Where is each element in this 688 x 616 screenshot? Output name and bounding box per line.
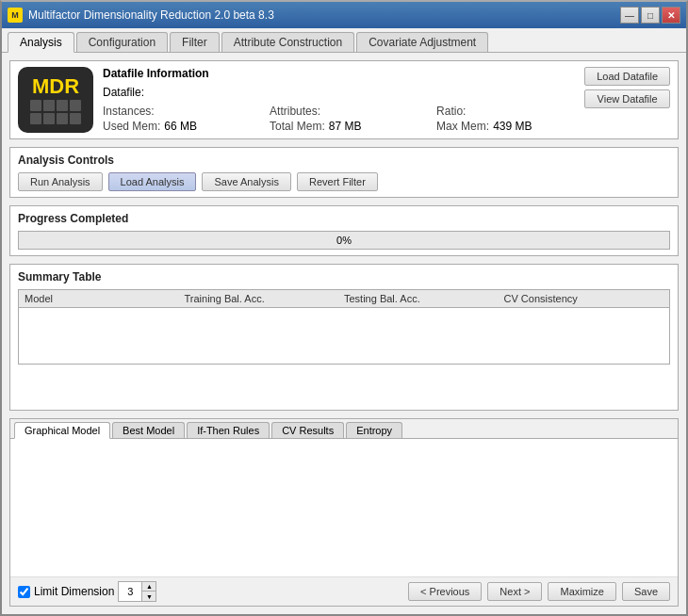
- tab-graphical-model[interactable]: Graphical Model: [14, 422, 110, 439]
- ratio-label: Ratio:: [436, 105, 466, 118]
- main-tab-bar: Analysis Configuration Filter Attribute …: [2, 28, 686, 53]
- datafile-row: Datafile:: [103, 86, 584, 99]
- mdr-cell: [57, 100, 68, 111]
- mdr-cell: [30, 100, 41, 111]
- datafile-top: MDR Datafile Information: [18, 67, 670, 133]
- mdr-logo-text: MDR: [32, 76, 79, 97]
- datafile-section: MDR Datafile Information: [9, 60, 679, 139]
- bottom-tab-bar: Graphical Model Best Model If-Then Rules…: [10, 419, 678, 439]
- used-mem-value: 66 MB: [164, 120, 197, 133]
- spinner-up[interactable]: ▲: [142, 582, 156, 592]
- tab-attribute-construction[interactable]: Attribute Construction: [221, 32, 354, 52]
- app-icon: M: [8, 8, 23, 23]
- tab-filter[interactable]: Filter: [170, 32, 220, 52]
- maximize-button[interactable]: □: [641, 7, 660, 24]
- tab-analysis[interactable]: Analysis: [8, 32, 74, 53]
- titlebar: M Multifactor Dimensionality Reduction 2…: [2, 2, 686, 28]
- tab-best-model[interactable]: Best Model: [112, 422, 185, 438]
- mdr-cell: [70, 100, 81, 111]
- limit-dimension-checkbox[interactable]: [18, 586, 30, 598]
- main-window: M Multifactor Dimensionality Reduction 2…: [0, 0, 688, 616]
- revert-filter-button[interactable]: Revert Filter: [297, 172, 378, 191]
- datafile-info: Datafile Information Datafile: Instances…: [93, 67, 584, 133]
- total-mem-value: 87 MB: [329, 120, 362, 133]
- used-mem-label: Used Mem:: [103, 120, 160, 133]
- titlebar-left: M Multifactor Dimensionality Reduction 2…: [8, 8, 274, 23]
- progress-label: 0%: [336, 235, 352, 246]
- attributes-row: Attributes:: [270, 105, 418, 118]
- titlebar-controls: — □ ✕: [620, 7, 680, 24]
- tab-covariate-adjustment[interactable]: Covariate Adjustment: [356, 32, 488, 52]
- spinner-down[interactable]: ▼: [142, 592, 156, 601]
- tab-entropy[interactable]: Entropy: [346, 422, 402, 438]
- save-analysis-button[interactable]: Save Analysis: [202, 172, 290, 191]
- max-mem-row: Max Mem: 439 MB: [436, 120, 584, 133]
- bottom-panel: Graphical Model Best Model If-Then Rules…: [9, 418, 679, 607]
- datafile-buttons: Load Datafile View Datafile: [584, 67, 670, 133]
- info-grid: Instances: Attributes: Ratio: Used: [103, 105, 584, 133]
- instances-label: Instances:: [103, 105, 155, 118]
- max-mem-label: Max Mem:: [436, 120, 489, 133]
- progress-bar-container: 0%: [18, 231, 670, 250]
- mdr-cell: [30, 113, 41, 124]
- main-content: MDR Datafile Information: [2, 53, 686, 614]
- table-header: Model Training Bal. Acc. Testing Bal. Ac…: [19, 290, 669, 308]
- mdr-grid: [30, 100, 81, 124]
- max-mem-value: 439 MB: [493, 120, 532, 133]
- window-title: Multifactor Dimensionality Reduction 2.0…: [28, 8, 274, 22]
- col-training: Training Bal. Acc.: [185, 293, 345, 304]
- col-testing: Testing Bal. Acc.: [344, 293, 504, 304]
- dimension-value[interactable]: [119, 585, 141, 598]
- analysis-controls-section: Analysis Controls Run Analysis Load Anal…: [9, 147, 679, 198]
- analysis-controls-row: Run Analysis Load Analysis Save Analysis…: [18, 172, 670, 191]
- limit-dimension-row: Limit Dimension ▲ ▼: [18, 581, 156, 602]
- view-datafile-button[interactable]: View Datafile: [584, 89, 670, 108]
- tab-configuration[interactable]: Configuration: [76, 32, 168, 52]
- limit-dimension-label: Limit Dimension: [34, 585, 114, 598]
- mdr-cell: [70, 113, 81, 124]
- mdr-logo: MDR: [18, 67, 93, 133]
- bottom-content: [10, 439, 678, 576]
- total-mem-row: Total Mem: 87 MB: [270, 120, 418, 133]
- mdr-cell: [57, 113, 68, 124]
- progress-title: Progress Completed: [18, 212, 670, 225]
- datafile-label: Datafile:: [103, 86, 144, 99]
- previous-button[interactable]: < Previous: [408, 582, 482, 601]
- progress-section: Progress Completed 0%: [9, 205, 679, 256]
- load-analysis-button[interactable]: Load Analysis: [108, 172, 197, 191]
- mdr-cell: [43, 100, 55, 111]
- spinner-buttons: ▲ ▼: [141, 582, 156, 601]
- next-button[interactable]: Next >: [487, 582, 542, 601]
- ratio-row: Ratio:: [436, 105, 584, 118]
- datafile-info-title: Datafile Information: [103, 67, 584, 80]
- summary-section: Summary Table Model Training Bal. Acc. T…: [9, 264, 679, 411]
- attributes-label: Attributes:: [270, 105, 320, 118]
- dimension-spinner: ▲ ▼: [118, 581, 156, 602]
- col-model: Model: [25, 293, 185, 304]
- bottom-footer: Limit Dimension ▲ ▼ < Previous Next > Ma…: [10, 576, 678, 606]
- used-mem-row: Used Mem: 66 MB: [103, 120, 251, 133]
- summary-table: Model Training Bal. Acc. Testing Bal. Ac…: [18, 289, 670, 365]
- col-cv: CV Consistency: [504, 293, 664, 304]
- tab-if-then-rules[interactable]: If-Then Rules: [187, 422, 270, 438]
- instances-row: Instances:: [103, 105, 251, 118]
- close-button[interactable]: ✕: [662, 7, 680, 24]
- minimize-button[interactable]: —: [620, 7, 639, 24]
- save-button[interactable]: Save: [622, 582, 670, 601]
- run-analysis-button[interactable]: Run Analysis: [18, 172, 103, 191]
- tab-cv-results[interactable]: CV Results: [271, 422, 344, 438]
- summary-title: Summary Table: [18, 270, 670, 284]
- maximize-button[interactable]: Maximize: [548, 582, 615, 601]
- mdr-cell: [43, 113, 55, 124]
- analysis-controls-title: Analysis Controls: [18, 154, 670, 167]
- load-datafile-button[interactable]: Load Datafile: [584, 67, 670, 86]
- total-mem-label: Total Mem:: [270, 120, 325, 133]
